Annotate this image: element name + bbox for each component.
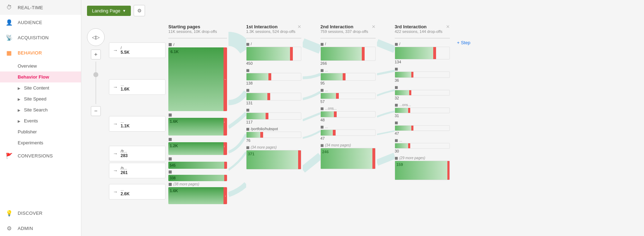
- starting-bar-3[interactable]: ▦ 545: [168, 156, 227, 169]
- starting-node-0[interactable]: → / 5.5K: [109, 42, 166, 58]
- sidebar-item-audience[interactable]: 👤 AUDIENCE: [0, 15, 81, 30]
- interaction2-item-3[interactable]: ▦ ...ons... 48: [320, 107, 376, 122]
- flow-svg-2: [303, 21, 320, 223]
- node-label-4: /h...: [121, 166, 128, 170]
- interaction3-item-0[interactable]: ▦ / 134: [395, 42, 450, 64]
- int1-count-2: 131: [246, 101, 301, 105]
- interaction2-item-0[interactable]: ▦ / 266: [320, 42, 376, 65]
- settings-button[interactable]: ⚙: [134, 5, 145, 16]
- starting-bar-2[interactable]: ▦ 1.2K ↓: [168, 137, 227, 155]
- int3-icon-4: ▦: [395, 121, 398, 125]
- bar-icon-0: ▦: [168, 42, 172, 47]
- zoom-in-button[interactable]: +: [91, 50, 101, 59]
- interaction1-item-2[interactable]: ▦ 131: [246, 88, 301, 105]
- int2-label-4: ...: [325, 125, 328, 129]
- bar-label-0: /: [173, 42, 174, 47]
- int2-icon-1: ▦: [320, 68, 324, 72]
- interaction2-item-5[interactable]: ▦ (34 more pages) 246: [320, 143, 376, 169]
- submenu-events[interactable]: ▶ Events: [18, 115, 81, 126]
- int3-count-0: 134: [395, 60, 450, 64]
- submenu-overview[interactable]: Overview: [18, 61, 81, 71]
- zoom-in-icon: +: [94, 51, 97, 58]
- node-count-5: 2.6K: [121, 191, 129, 196]
- acquisition-icon: 📡: [6, 34, 13, 41]
- interaction1-item-4[interactable]: ▦ /portfolio/hubspot 76: [246, 127, 301, 143]
- interaction3-item-4[interactable]: ▦ 47: [395, 121, 450, 136]
- sidebar-item-behavior[interactable]: ▦ BEHAVIOR: [0, 45, 81, 61]
- sidebar-label-audience: AUDIENCE: [18, 20, 42, 25]
- nav-circle[interactable]: ◁▷: [87, 28, 105, 46]
- starting-node-3[interactable]: → /fr... 283: [109, 146, 166, 161]
- sidebar-item-conversions[interactable]: 🚩 CONVERSIONS: [0, 148, 81, 163]
- connector-1: [228, 21, 246, 236]
- close-interaction2-icon[interactable]: ✕: [372, 24, 376, 29]
- sidebar-item-real-time[interactable]: ⏱ REAL-TIME: [0, 0, 81, 15]
- node-arrow-icon-5: →: [113, 189, 118, 195]
- int1-icon-0: ▦: [246, 42, 249, 46]
- plus-step-button[interactable]: + Step: [457, 40, 470, 45]
- zoom-out-button[interactable]: −: [91, 106, 101, 116]
- int3-count-4: 47: [395, 131, 450, 136]
- submenu-site-search[interactable]: ▶ Site Search: [18, 104, 81, 115]
- int2-label-1: ...: [325, 68, 328, 72]
- interaction3-item-1[interactable]: ▦ 36: [395, 67, 450, 82]
- int1-count-5: 371: [248, 152, 254, 156]
- submenu-behavior-flow[interactable]: Behavior Flow: [0, 71, 81, 82]
- interaction1-item-0[interactable]: ▦ / 450: [246, 42, 301, 65]
- sidebar-item-admin[interactable]: ⚙ ADMIN: [0, 221, 81, 236]
- drop-off-icon-0: ↓: [224, 79, 227, 80]
- interaction3-item-2[interactable]: ▦ 32: [395, 85, 450, 100]
- bar-count-3: 545: [170, 163, 176, 167]
- int3-label-0: /: [399, 42, 400, 46]
- starting-bar-0[interactable]: ▦ / 6.1K ↓: [168, 42, 227, 111]
- starting-bar-4[interactable]: ▦ 338: [168, 169, 227, 181]
- starting-node-4[interactable]: → /h... 261: [109, 163, 166, 178]
- starting-node-1[interactable]: → ... 1.6K: [109, 79, 166, 95]
- submenu-site-content[interactable]: ▶ Site Content: [18, 82, 81, 93]
- main-content: Landing Page ▼ ⚙ ◁▷ + −: [81, 0, 644, 236]
- sidebar-item-discover[interactable]: 💡 DISCOVER: [0, 206, 81, 221]
- node-arrow-icon-0: →: [113, 47, 118, 53]
- sidebar-label-admin: ADMIN: [18, 226, 33, 231]
- int3-count-2: 32: [395, 96, 450, 100]
- submenu-experiments[interactable]: Experiments: [18, 137, 81, 148]
- zoom-thumb[interactable]: [93, 72, 98, 77]
- submenu-site-content-label: Site Content: [24, 85, 50, 91]
- int1-label-0: /: [251, 42, 252, 46]
- interaction3-item-6[interactable]: ▦ (29 more pages) 159: [395, 156, 450, 180]
- int3-count-1: 36: [395, 78, 450, 82]
- interaction2-item-4[interactable]: ▦ ... 47: [320, 125, 376, 140]
- node-label-0: /: [121, 46, 129, 50]
- int3-icon-5: ▦: [395, 138, 398, 142]
- int2-count-1: 95: [320, 81, 376, 85]
- interaction1-subtitle: 1.3K sessions, 524 drop-offs: [246, 29, 301, 34]
- submenu-publisher[interactable]: Publisher: [18, 126, 81, 137]
- connector-3: [377, 21, 395, 236]
- starting-node-2[interactable]: → ... 1.1K: [109, 116, 166, 132]
- bar-count-2: 1.2K: [170, 144, 178, 148]
- starting-node-5[interactable]: → ... 2.6K: [109, 184, 166, 200]
- landing-page-button[interactable]: Landing Page ▼: [87, 6, 131, 16]
- close-interaction3-icon[interactable]: ✕: [446, 24, 450, 29]
- interaction1-item-5[interactable]: ▦ (34 more pages) 371: [246, 145, 301, 169]
- int1-more-label: (34 more pages): [251, 145, 277, 149]
- starting-bar-5[interactable]: ▦ (38 more pages) 1.6K ↓: [168, 182, 227, 204]
- starting-bar-1[interactable]: ▦ 1.6K ↓: [168, 113, 227, 136]
- submenu-site-speed[interactable]: ▶ Site Speed: [18, 93, 81, 104]
- node-arrow-icon-1: →: [113, 84, 118, 90]
- interaction2-item-2[interactable]: ▦ ... 57: [320, 88, 376, 104]
- interaction2-item-1[interactable]: ▦ ... 95: [320, 68, 376, 85]
- int1-icon-3: ▦: [246, 108, 249, 112]
- interaction1-item-3[interactable]: ▦ 117: [246, 108, 301, 124]
- sidebar-item-acquisition[interactable]: 📡 ACQUISITION: [0, 30, 81, 45]
- int2-count-5: 246: [322, 150, 329, 154]
- sidebar-label-discover: DISCOVER: [18, 211, 42, 216]
- node-arrow-icon-2: →: [113, 121, 118, 127]
- int3-label-5: ...: [399, 138, 402, 142]
- int3-icon-2: ▦: [395, 85, 398, 89]
- close-interaction1-icon[interactable]: ✕: [297, 24, 301, 29]
- interaction1-item-1[interactable]: ▦ 138: [246, 68, 301, 85]
- interaction3-item-5[interactable]: ▦ ... 30: [395, 138, 450, 153]
- drop-off-icon-2: ↓: [224, 145, 225, 148]
- interaction3-item-3[interactable]: ▦ ...ons... 31: [395, 103, 450, 118]
